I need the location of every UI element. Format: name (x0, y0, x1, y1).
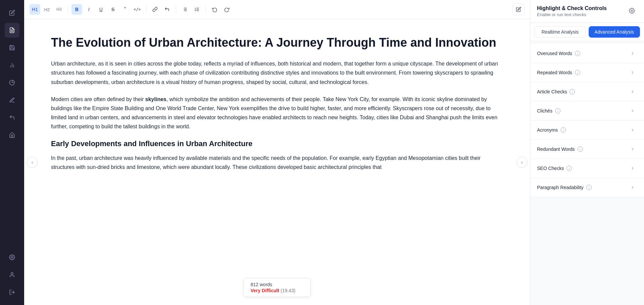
repeated-words-left: Repeated Words i (537, 70, 580, 75)
checks-list: Overused Words i Repeated Words i Articl… (530, 41, 644, 305)
bold-button[interactable]: B (71, 4, 82, 15)
seo-checks-info-icon[interactable]: i (567, 166, 572, 171)
repeated-words-info-icon[interactable]: i (575, 70, 580, 75)
word-count-bar: 812 words Very Difficult (19.43) (244, 278, 311, 297)
main-area: H1 H2 H3 B I U S " </> (24, 0, 530, 305)
article-title: The Evolution of Urban Architecture: A J… (51, 35, 503, 50)
article-checks-left: Article Checks i (537, 89, 575, 94)
seo-checks-item[interactable]: SEO Checks i (530, 159, 644, 178)
realtime-analysis-tab[interactable]: Realtime Analysis (534, 26, 586, 38)
cliches-info-icon[interactable]: i (555, 108, 560, 114)
settings-gear-icon[interactable] (5, 250, 19, 265)
italic-button[interactable]: I (84, 4, 94, 15)
cliches-run-btn[interactable] (628, 106, 637, 116)
paragraph-readability-run-btn[interactable] (628, 183, 637, 192)
nav-right-arrow[interactable]: › (517, 157, 527, 168)
article-checks-run-btn[interactable] (628, 87, 637, 96)
divider-2 (146, 5, 146, 13)
svg-point-6 (11, 272, 13, 274)
redundant-words-label: Redundant Words (537, 146, 575, 152)
panel-header-text: Highlight & Check Controls Enable or run… (537, 5, 607, 17)
seo-checks-run-btn[interactable] (628, 164, 637, 173)
h1-button[interactable]: H1 (30, 4, 40, 15)
bullet-list-button[interactable] (179, 4, 190, 15)
article-checks-item[interactable]: Article Checks i (530, 82, 644, 101)
paragraph-readability-item[interactable]: Paragraph Readability i (530, 178, 644, 197)
paragraph-3: In the past, urban architecture was heav… (51, 154, 503, 172)
redundant-words-run-btn[interactable] (628, 144, 637, 154)
edit-icon[interactable] (5, 5, 19, 20)
overused-words-label: Overused Words (537, 51, 572, 56)
paragraph-readability-info-icon[interactable]: i (586, 185, 592, 190)
difficulty-label: Very Difficult (251, 288, 279, 293)
overused-words-item[interactable]: Overused Words i (530, 44, 644, 63)
readability-difficulty: Very Difficult (19.43) (251, 288, 304, 293)
seo-checks-left: SEO Checks i (537, 166, 572, 171)
divider-4 (206, 5, 206, 13)
divider-1 (68, 5, 68, 13)
redundant-words-left: Redundant Words i (537, 146, 583, 152)
redundant-words-info-icon[interactable]: i (578, 146, 583, 152)
panel-settings-button[interactable] (627, 5, 637, 16)
home-icon[interactable] (5, 128, 19, 142)
cliches-left: Clichés i (537, 108, 560, 114)
repeated-words-label: Repeated Words (537, 70, 572, 75)
acronyms-info-icon[interactable]: i (560, 127, 566, 133)
underline-button[interactable]: U (96, 4, 106, 15)
link-button[interactable] (150, 4, 160, 15)
acronyms-item[interactable]: Acronyms i (530, 121, 644, 140)
paragraph-readability-left: Paragraph Readability i (537, 185, 592, 190)
cliches-item[interactable]: Clichés i (530, 101, 644, 121)
seo-checks-label: SEO Checks (537, 166, 564, 171)
h2-button[interactable]: H2 (42, 4, 52, 15)
overused-words-run-btn[interactable] (628, 49, 637, 58)
panel-title: Highlight & Check Controls (537, 5, 607, 11)
sidebar (0, 0, 24, 305)
acronyms-run-btn[interactable] (628, 125, 637, 135)
undo-button[interactable] (209, 4, 220, 15)
difficulty-score: (19.43) (280, 288, 295, 293)
redundant-words-item[interactable]: Redundant Words i (530, 140, 644, 159)
toolbar: H1 H2 H3 B I U S " </> (24, 0, 530, 19)
acronyms-left: Acronyms i (537, 127, 566, 133)
divider-3 (176, 5, 176, 13)
advanced-analysis-tab[interactable]: Advanced Analysis (589, 26, 640, 38)
panel-header: Highlight & Check Controls Enable or run… (530, 0, 644, 23)
acronyms-label: Acronyms (537, 127, 558, 133)
quote-button[interactable]: " (120, 4, 130, 15)
save-icon[interactable] (5, 40, 19, 55)
strikethrough-button[interactable]: S (108, 4, 118, 15)
nav-left-arrow[interactable]: ‹ (27, 157, 38, 168)
paragraph-readability-label: Paragraph Readability (537, 185, 584, 190)
section-heading: Early Developments and Influences in Urb… (51, 139, 503, 148)
pencil-alt-icon[interactable] (5, 93, 19, 107)
cliches-label: Clichés (537, 108, 552, 114)
code-button[interactable]: </> (132, 4, 143, 15)
editor-area[interactable]: The Evolution of Urban Architecture: A J… (24, 19, 530, 305)
paragraph-2: Modern cities are often defined by their… (51, 95, 503, 131)
h3-button[interactable]: H3 (54, 4, 64, 15)
document-icon[interactable] (5, 23, 19, 38)
edit-pencil-button[interactable] (513, 3, 525, 15)
editor-content: The Evolution of Urban Architecture: A J… (51, 35, 503, 172)
paragraph-1: Urban architecture, as it is seen in cit… (51, 59, 503, 87)
tab-bar: Realtime Analysis Advanced Analysis (530, 23, 644, 41)
repeated-words-item[interactable]: Repeated Words i (530, 63, 644, 82)
ordered-list-button[interactable] (192, 4, 202, 15)
svg-point-17 (631, 10, 633, 12)
repeated-words-run-btn[interactable] (628, 68, 637, 77)
overused-words-left: Overused Words i (537, 51, 580, 56)
svg-point-5 (11, 257, 13, 258)
article-checks-label: Article Checks (537, 89, 567, 94)
clear-format-button[interactable] (162, 4, 172, 15)
logout-icon[interactable] (5, 285, 19, 300)
article-checks-info-icon[interactable]: i (570, 89, 575, 94)
panel-subtitle: Enable or run text checks (537, 12, 607, 17)
user-icon[interactable] (5, 267, 19, 282)
undo-curved-icon[interactable] (5, 110, 19, 125)
redo-button[interactable] (221, 4, 232, 15)
overused-words-info-icon[interactable]: i (575, 51, 580, 56)
chart-pie-icon[interactable] (5, 75, 19, 90)
right-panel: Highlight & Check Controls Enable or run… (530, 0, 644, 305)
chart-bar-icon[interactable] (5, 58, 19, 73)
